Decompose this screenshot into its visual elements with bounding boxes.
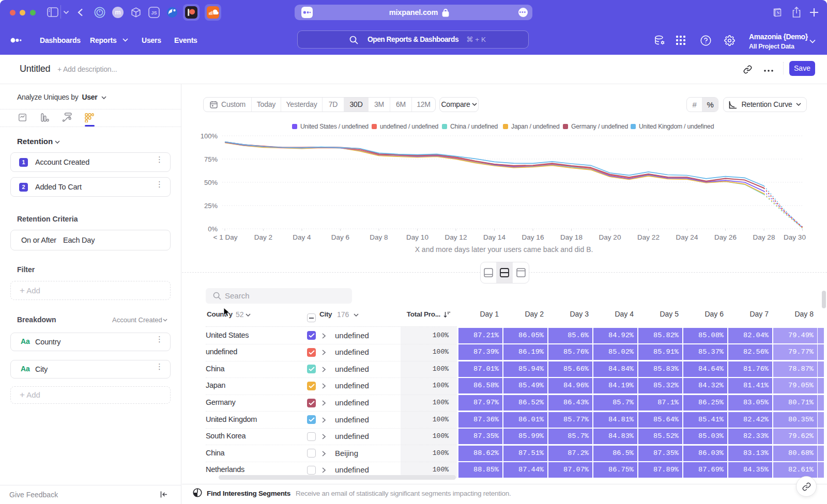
svg-text:Day 16: Day 16 (522, 233, 544, 241)
svg-text:< 1 Day: < 1 Day (213, 233, 238, 241)
svg-text:Day 14: Day 14 (483, 233, 506, 241)
svg-text:Day 2: Day 2 (254, 233, 272, 241)
svg-text:0%: 0% (208, 225, 218, 233)
svg-text:Day 8: Day 8 (370, 233, 388, 241)
svg-text:N: N (776, 10, 780, 15)
svg-text:Day 22: Day 22 (637, 233, 660, 241)
svg-text:50%: 50% (204, 179, 218, 186)
svg-text:Day 20: Day 20 (599, 233, 621, 241)
svg-text:Day 28: Day 28 (753, 233, 775, 241)
svg-text:Day 26: Day 26 (714, 233, 737, 241)
svg-text:Day 6: Day 6 (331, 233, 349, 241)
svg-text:JS: JS (151, 10, 157, 15)
svg-text:Day 24: Day 24 (676, 233, 698, 241)
svg-text:75%: 75% (204, 155, 218, 163)
svg-text:Day 18: Day 18 (560, 233, 583, 241)
svg-text:Day 4: Day 4 (293, 233, 311, 241)
svg-text:Day 10: Day 10 (406, 233, 428, 241)
svg-text:Day 30: Day 30 (784, 233, 806, 241)
svg-text:100%: 100% (201, 132, 218, 140)
svg-text:25%: 25% (204, 202, 218, 210)
svg-text:Day 12: Day 12 (445, 233, 467, 241)
